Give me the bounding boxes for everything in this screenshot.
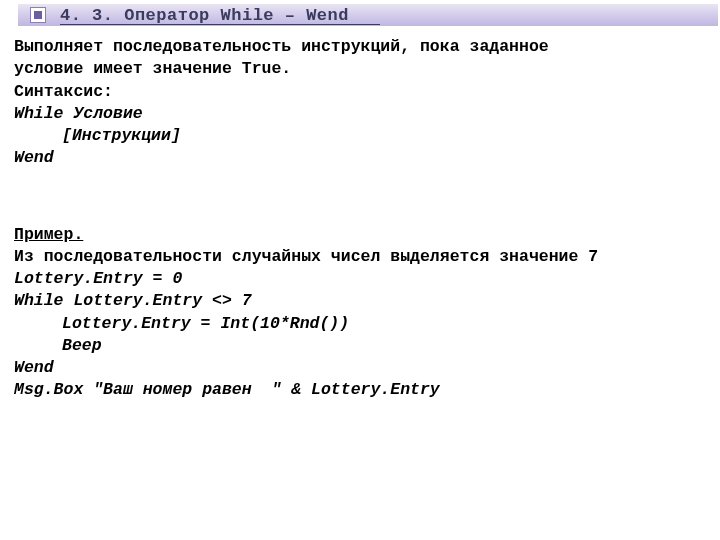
spacer	[14, 170, 706, 224]
section-title: 4. 3. Оператор While – Wend	[60, 6, 349, 25]
example-code-2: While Lottery.Entry <> 7	[14, 290, 706, 312]
intro-line-1: Выполняет последовательность инструкций,…	[14, 36, 706, 58]
example-code-3: Lottery.Entry = Int(10*Rnd())	[14, 313, 706, 335]
syntax-line-3: Wend	[14, 147, 706, 169]
intro-line-2: условие имеет значение True.	[14, 58, 706, 80]
bullet-icon	[30, 7, 46, 23]
document-page: 4. 3. Оператор While – Wend Выполняет по…	[0, 4, 720, 540]
bullet-inner-icon	[34, 11, 42, 19]
example-heading: Пример.	[14, 224, 706, 246]
example-code-4: Beep	[14, 335, 706, 357]
content-area: Выполняет последовательность инструкций,…	[0, 26, 720, 402]
syntax-line-2: [Инструкции]	[14, 125, 706, 147]
title-bar: 4. 3. Оператор While – Wend	[18, 4, 718, 26]
title-underline	[60, 24, 380, 25]
syntax-line-1: While Условие	[14, 103, 706, 125]
intro-line-3: Синтаксис:	[14, 81, 706, 103]
example-code-5: Wend	[14, 357, 706, 379]
example-code-1: Lottery.Entry = 0	[14, 268, 706, 290]
example-code-6: Msg.Box "Ваш номер равен " & Lottery.Ent…	[14, 379, 706, 401]
example-desc: Из последовательности случайных чисел вы…	[14, 246, 706, 268]
